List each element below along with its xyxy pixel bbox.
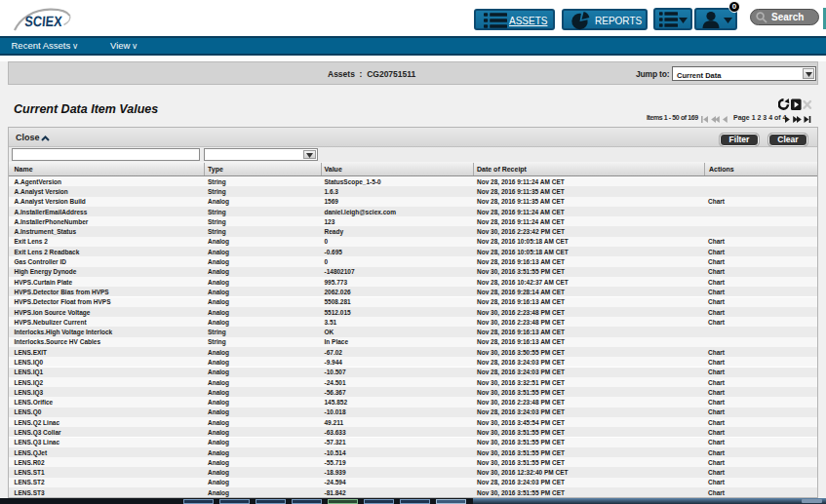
svg-text:SCIEX: SCIEX bbox=[24, 13, 62, 29]
